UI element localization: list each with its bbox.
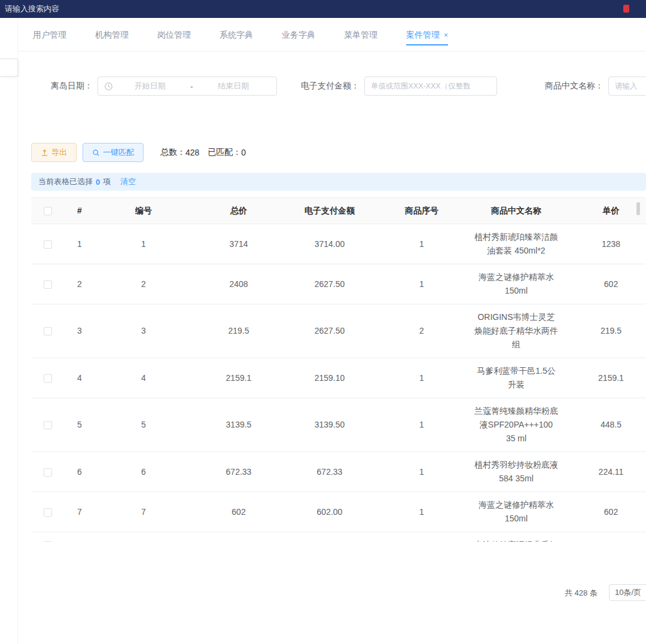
tab-close-icon[interactable]: × — [444, 31, 448, 39]
row-checkbox[interactable] — [44, 240, 52, 249]
export-button[interactable]: 导出 — [31, 143, 77, 162]
cell-code: 1 — [95, 224, 192, 264]
global-search-input[interactable]: 请输入搜索内容 — [5, 4, 59, 14]
table-row: 5 5 3139.5 3139.50 1 兰蔻菁纯臻颜精华粉底液SPF20PA+… — [31, 398, 646, 452]
cell-index: 6 — [64, 452, 95, 492]
product-name-input[interactable] — [608, 77, 646, 96]
col-code: 编号 — [95, 198, 192, 224]
tab-business-dict[interactable]: 业务字典 — [282, 26, 315, 49]
cell-code: 6 — [95, 452, 192, 492]
cell-seq: 1 — [374, 358, 470, 398]
notification-badge-icon[interactable] — [623, 5, 629, 13]
row-checkbox[interactable] — [44, 541, 52, 542]
cell-epay: 2159.10 — [285, 358, 374, 398]
cell-index: 4 — [64, 358, 95, 398]
cell-code: 5 — [95, 398, 192, 452]
cell-name: ORIGINS韦博士灵芝焕能好底子精华水两件组 — [470, 304, 563, 358]
table-row: 3 3 219.5 2627.50 2 ORIGINS韦博士灵芝焕能好底子精华水… — [31, 304, 646, 358]
cell-seq: 2 — [374, 304, 470, 358]
cell-code: 7 — [95, 492, 192, 532]
export-icon — [41, 149, 48, 157]
date-start-input[interactable]: 开始日期 — [113, 81, 187, 91]
cell-total: 672.33 — [192, 452, 285, 492]
cell-epay: 3139.50 — [285, 398, 374, 452]
cell-unit: 602 — [563, 264, 646, 304]
selection-info-bar: 当前表格已选择 0 项 清空 — [31, 173, 646, 191]
cell-code: 4 — [95, 358, 192, 398]
col-name: 商品中文名称 — [470, 198, 563, 224]
tab-system-dict[interactable]: 系统字典 — [220, 26, 253, 49]
tab-label: 案件管理 — [406, 30, 440, 39]
cell-total: 3714 — [192, 224, 285, 264]
table-header-row: # 编号 总价 电子支付金额 商品序号 商品中文名称 单价 — [31, 198, 646, 224]
cell-unit: 219.5 — [563, 304, 646, 358]
cell-unit: 1238 — [563, 224, 646, 264]
cell-index: 2 — [64, 264, 95, 304]
cell-index: 3 — [64, 304, 95, 358]
cell-epay: 672.33 — [285, 452, 374, 492]
data-table: # 编号 总价 电子支付金额 商品序号 商品中文名称 单价 1 1 3714 3… — [31, 197, 646, 542]
row-checkbox[interactable] — [44, 468, 52, 477]
table-row: 4 4 2159.1 2159.10 1 马爹利蓝带干邑1.5公升装 2159.… — [31, 358, 646, 398]
cell-epay: 2627.50 — [285, 264, 374, 304]
tab-positions[interactable]: 岗位管理 — [157, 26, 191, 49]
cell-epay: 1305.45 — [285, 532, 374, 542]
cell-unit: 448.5 — [563, 398, 646, 452]
selection-suffix: 项 — [103, 176, 111, 187]
date-end-input[interactable]: 结束日期 — [197, 81, 270, 91]
tab-bar: 用户管理 机构管理 岗位管理 系统字典 业务字典 菜单管理 案件管理× — [18, 18, 646, 51]
toolbar: 导出 一键匹配 总数：428已匹配：0 — [31, 143, 246, 162]
pagination-total: 共 428 条 — [565, 588, 598, 599]
row-checkbox[interactable] — [44, 421, 52, 429]
tab-case-mgmt[interactable]: 案件管理× — [406, 26, 448, 49]
stats-text: 总数：428已匹配：0 — [160, 147, 246, 158]
cell-seq: 1 — [374, 492, 470, 532]
cell-index: 1 — [64, 224, 95, 264]
cell-index: 7 — [64, 492, 95, 532]
cell-unit: 2159.1 — [563, 358, 646, 398]
cell-index: 5 — [64, 398, 95, 452]
cell-unit: 435.15 — [563, 532, 646, 542]
sidebar-collapse-button[interactable] — [0, 59, 18, 77]
cell-index: 8 — [64, 532, 95, 542]
sidebar-strip — [0, 18, 18, 644]
cell-seq: 1 — [374, 532, 470, 542]
row-checkbox[interactable] — [44, 508, 52, 517]
cell-code: 3 — [95, 304, 192, 358]
total-count-value: 428 — [185, 148, 199, 157]
col-total: 总价 — [192, 198, 285, 224]
table-row: 6 6 672.33 672.33 1 植村秀羽纱持妆粉底液 584 35ml … — [31, 452, 646, 492]
table-scrollbar[interactable] — [636, 202, 640, 215]
row-checkbox[interactable] — [44, 374, 52, 383]
tab-orgs[interactable]: 机构管理 — [95, 26, 129, 49]
col-index: # — [64, 198, 95, 224]
row-checkbox[interactable] — [44, 280, 52, 289]
cell-seq: 1 — [374, 224, 470, 264]
cell-seq: 1 — [374, 264, 470, 304]
date-range-picker[interactable]: 开始日期 - 结束日期 — [97, 77, 277, 96]
matched-count-label: 已匹配： — [208, 147, 241, 158]
top-navbar: 请输入搜索内容 — [0, 0, 646, 18]
cell-epay: 2627.50 — [285, 304, 374, 358]
clear-selection-link[interactable]: 清空 — [120, 176, 136, 187]
matched-count-value: 0 — [241, 148, 246, 157]
table-row: 2 2 2408 2627.50 1 海蓝之谜修护精萃水 150ml 602 — [31, 264, 646, 304]
row-checkbox[interactable] — [44, 327, 52, 335]
tab-users[interactable]: 用户管理 — [33, 26, 66, 49]
cell-name: 马爹利蓝带干邑1.5公升装 — [470, 358, 563, 398]
payment-amount-label: 电子支付金额： — [301, 81, 359, 91]
select-all-checkbox[interactable] — [44, 207, 52, 215]
cell-total: 3139.5 — [192, 398, 285, 452]
clock-icon — [104, 82, 113, 91]
cell-seq: 1 — [374, 398, 470, 452]
tab-menu-mgmt[interactable]: 菜单管理 — [344, 26, 377, 49]
page-size-select[interactable]: 10条/页 — [609, 584, 646, 601]
cell-unit: 224.11 — [563, 452, 646, 492]
date-filter-label: 离岛日期： — [51, 81, 93, 91]
cell-seq: 1 — [374, 452, 470, 492]
filter-row: 离岛日期： 开始日期 - 结束日期 电子支付金额： 商品中文名称： — [51, 77, 646, 96]
one-key-match-button[interactable]: 一键匹配 — [83, 143, 144, 162]
selection-count: 0 — [96, 178, 100, 187]
payment-amount-input[interactable] — [364, 77, 497, 96]
table-row: 1 1 3714 3714.00 1 植村秀新琥珀臻萃洁颜油套装 450ml*2… — [31, 224, 646, 264]
